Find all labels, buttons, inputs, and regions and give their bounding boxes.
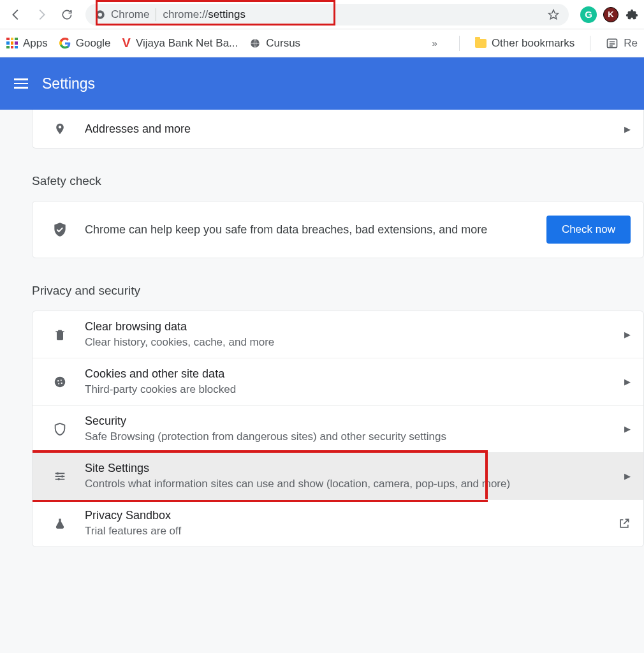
settings-content: Addresses and more ▶ Safety check Chrome… bbox=[0, 110, 644, 653]
trash-icon bbox=[52, 327, 68, 342]
privacy-site-settings-row[interactable]: Site Settings Controls what information … bbox=[33, 452, 643, 499]
privacy-sandbox-row[interactable]: Privacy Sandbox Trial features are off bbox=[33, 499, 643, 547]
cookie-icon bbox=[52, 375, 68, 389]
extension-k-icon[interactable]: K bbox=[603, 7, 618, 22]
row-subtitle: Third-party cookies are blocked bbox=[85, 383, 608, 396]
site-chip: Chrome bbox=[94, 8, 149, 21]
bookmark-label: Re bbox=[624, 37, 638, 50]
section-heading-safety: Safety check bbox=[32, 174, 644, 188]
row-subtitle: Controls what information sites can use … bbox=[85, 478, 608, 490]
open-external-icon bbox=[618, 517, 631, 530]
bookmark-label: Google bbox=[76, 37, 111, 50]
section-heading-privacy: Privacy and security bbox=[32, 284, 644, 298]
url-text: chrome://settings bbox=[163, 8, 245, 21]
svg-point-9 bbox=[57, 472, 59, 474]
separator bbox=[459, 36, 460, 51]
menu-button[interactable] bbox=[14, 78, 28, 89]
chevron-right-icon: ▶ bbox=[624, 124, 631, 134]
folder-icon bbox=[475, 39, 487, 48]
privacy-clear-data-row[interactable]: Clear browsing data Clear history, cooki… bbox=[33, 311, 643, 358]
other-bookmarks[interactable]: Other bookmarks bbox=[475, 37, 574, 50]
flask-icon bbox=[52, 516, 68, 531]
svg-point-8 bbox=[61, 382, 62, 383]
globe-icon bbox=[249, 38, 261, 49]
extension-icons: G K bbox=[576, 6, 639, 23]
shield-icon bbox=[52, 421, 68, 437]
chevron-right-icon: ▶ bbox=[624, 377, 631, 386]
chevron-right-icon: ▶ bbox=[624, 424, 631, 434]
svg-point-7 bbox=[58, 383, 59, 384]
chrome-icon bbox=[94, 9, 106, 20]
svg-point-5 bbox=[57, 379, 59, 381]
bookmark-label: Vijaya Bank Net Ba... bbox=[136, 37, 238, 50]
row-title: Privacy Sandbox bbox=[85, 509, 601, 522]
bookmarks-overflow[interactable]: » bbox=[426, 38, 444, 48]
address-bar[interactable]: Chrome chrome://settings bbox=[85, 4, 569, 26]
url-scheme: chrome:// bbox=[163, 8, 208, 20]
bookmark-google[interactable]: Google bbox=[59, 37, 111, 50]
svg-point-4 bbox=[55, 376, 66, 387]
row-title: Security bbox=[85, 415, 608, 428]
svg-point-11 bbox=[57, 478, 60, 480]
safety-check-card: Chrome can help keep you safe from data … bbox=[32, 201, 644, 258]
google-icon bbox=[59, 38, 71, 49]
row-title: Addresses and more bbox=[85, 122, 608, 136]
page-title: Settings bbox=[42, 75, 95, 92]
sliders-icon bbox=[52, 469, 68, 483]
row-subtitle: Clear history, cookies, cache, and more bbox=[85, 336, 608, 349]
vijaya-icon: V bbox=[122, 36, 131, 50]
chevron-right-icon: ▶ bbox=[624, 471, 631, 481]
extensions-menu-icon[interactable] bbox=[625, 8, 639, 22]
location-pin-icon bbox=[52, 121, 68, 136]
row-title: Cookies and other site data bbox=[85, 367, 608, 381]
privacy-security-row[interactable]: Security Safe Browsing (protection from … bbox=[33, 405, 643, 452]
row-subtitle: Safe Browsing (protection from dangerous… bbox=[85, 430, 608, 443]
bookmark-vijaya[interactable]: V Vijaya Bank Net Ba... bbox=[122, 36, 238, 50]
bookmark-label: Apps bbox=[23, 37, 48, 50]
svg-point-10 bbox=[61, 475, 64, 478]
reading-list-icon bbox=[606, 37, 618, 50]
safety-check-text: Chrome can help keep you safe from data … bbox=[85, 223, 530, 237]
settings-header: Settings bbox=[0, 57, 644, 110]
browser-toolbar: Chrome chrome://settings G K bbox=[0, 0, 644, 29]
chevron-right-icon: ▶ bbox=[624, 330, 631, 339]
omnibox-divider bbox=[156, 8, 156, 21]
url-path: settings bbox=[208, 8, 245, 20]
reading-list[interactable]: Re bbox=[606, 37, 638, 50]
svg-point-6 bbox=[61, 379, 62, 381]
bookmark-label: Cursus bbox=[266, 37, 300, 50]
bookmark-star-icon[interactable] bbox=[547, 8, 560, 21]
separator bbox=[590, 36, 590, 51]
forward-button[interactable] bbox=[31, 4, 52, 26]
row-title: Site Settings bbox=[85, 462, 608, 475]
bookmark-label: Other bookmarks bbox=[492, 37, 574, 50]
svg-point-1 bbox=[98, 13, 102, 17]
row-title: Clear browsing data bbox=[85, 320, 608, 334]
site-chip-label: Chrome bbox=[111, 8, 149, 21]
bookmarks-bar: Apps Google V Vijaya Bank Net Ba... Curs… bbox=[0, 29, 644, 57]
shield-check-icon bbox=[52, 220, 68, 239]
row-subtitle: Trial features are off bbox=[85, 525, 601, 538]
apps-grid-icon bbox=[6, 38, 18, 49]
bookmark-apps[interactable]: Apps bbox=[6, 37, 48, 50]
back-button[interactable] bbox=[5, 4, 27, 26]
bookmark-cursus[interactable]: Cursus bbox=[249, 37, 300, 50]
autofill-addresses-row[interactable]: Addresses and more ▶ bbox=[33, 110, 643, 148]
check-now-button[interactable]: Check now bbox=[546, 216, 631, 244]
privacy-cookies-row[interactable]: Cookies and other site data Third-party … bbox=[33, 358, 643, 405]
extension-grammarly-icon[interactable]: G bbox=[580, 6, 597, 23]
reload-button[interactable] bbox=[56, 4, 78, 26]
